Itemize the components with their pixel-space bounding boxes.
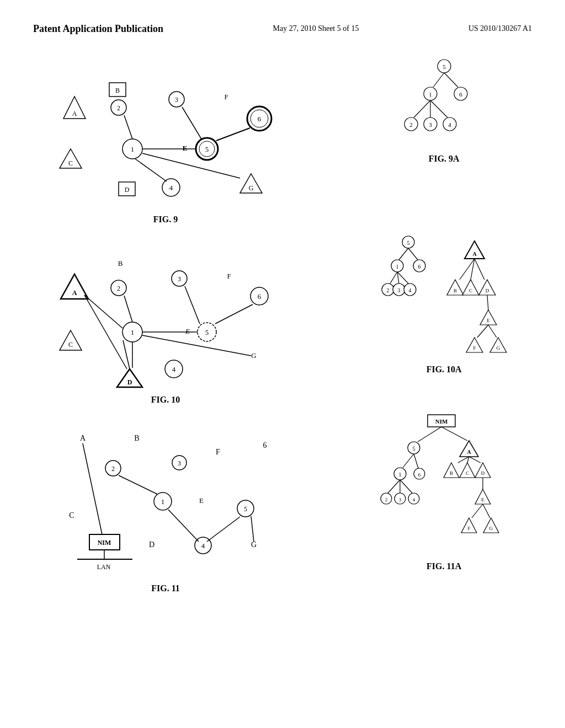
svg-line-26 xyxy=(124,115,132,139)
svg-line-175 xyxy=(403,454,414,468)
svg-text:B: B xyxy=(134,434,139,442)
svg-text:C: C xyxy=(68,341,73,349)
svg-line-177 xyxy=(388,480,400,493)
svg-text:5: 5 xyxy=(205,328,209,336)
svg-line-28 xyxy=(135,159,167,181)
svg-text:G: G xyxy=(251,540,257,549)
svg-text:1: 1 xyxy=(161,497,165,506)
svg-text:4: 4 xyxy=(201,542,205,550)
fig11a-container: NIM 5 A 1 6 B xyxy=(345,410,543,571)
svg-text:2: 2 xyxy=(385,497,387,502)
svg-line-141 xyxy=(207,517,240,542)
svg-text:F: F xyxy=(467,526,470,531)
fig9a-diagram: 5 1 6 2 3 4 xyxy=(389,52,499,152)
svg-text:1: 1 xyxy=(131,328,135,336)
svg-line-174 xyxy=(441,427,467,441)
svg-text:4: 4 xyxy=(169,184,173,192)
svg-line-176 xyxy=(414,454,418,468)
svg-text:6: 6 xyxy=(258,292,262,301)
svg-line-184 xyxy=(472,504,483,518)
svg-text:4: 4 xyxy=(448,121,451,128)
fig9a-label: FIG. 9A xyxy=(429,154,460,164)
svg-text:1: 1 xyxy=(396,264,398,270)
svg-text:A: A xyxy=(72,110,77,117)
fig10-container: 1 5 6 2 3 4 xyxy=(22,230,309,405)
svg-line-78 xyxy=(185,286,200,324)
svg-line-93 xyxy=(408,248,418,260)
svg-line-92 xyxy=(399,248,408,260)
svg-text:4: 4 xyxy=(172,365,176,373)
fig10a-container: 5 1 6 2 3 4 xyxy=(345,230,543,374)
svg-text:A: A xyxy=(80,434,86,442)
svg-text:E: E xyxy=(487,318,490,323)
svg-text:E: E xyxy=(185,327,190,335)
svg-text:C: C xyxy=(69,511,74,520)
svg-line-182 xyxy=(469,457,481,463)
fig11a-diagram: NIM 5 A 1 6 B xyxy=(372,410,516,559)
svg-text:E: E xyxy=(481,497,484,502)
svg-text:5: 5 xyxy=(407,240,409,246)
publication-title: Patent Application Publication xyxy=(33,22,163,36)
svg-text:6: 6 xyxy=(418,472,420,478)
svg-line-44 xyxy=(433,73,444,87)
svg-text:F: F xyxy=(216,448,220,456)
fig10a-diagram: 5 1 6 2 3 4 xyxy=(378,230,510,362)
fig10-label: FIG. 10 xyxy=(22,395,309,405)
header: Patent Application Publication May 27, 2… xyxy=(0,0,565,47)
fig10-row: 1 5 6 2 3 4 xyxy=(22,230,543,405)
svg-text:A: A xyxy=(72,289,77,297)
svg-line-143 xyxy=(119,475,157,494)
svg-text:3: 3 xyxy=(398,497,401,502)
fig9-label: FIG. 9 xyxy=(22,215,309,224)
svg-text:2: 2 xyxy=(117,104,120,112)
svg-line-142 xyxy=(251,516,254,542)
fig11-container: A B F 6 2 3 1 E xyxy=(22,410,309,593)
svg-text:6: 6 xyxy=(258,115,262,123)
svg-text:6: 6 xyxy=(459,91,462,98)
svg-line-116 xyxy=(488,325,497,338)
svg-line-77 xyxy=(142,335,251,356)
svg-text:1: 1 xyxy=(398,472,401,478)
fig9-row: 1 5 6 2 3 4 xyxy=(22,52,543,224)
svg-text:4: 4 xyxy=(412,497,415,502)
svg-text:A: A xyxy=(467,449,471,455)
svg-text:A: A xyxy=(472,251,477,257)
svg-text:LAN: LAN xyxy=(97,563,111,571)
svg-text:5: 5 xyxy=(205,145,209,153)
svg-text:G: G xyxy=(496,345,500,351)
svg-text:C: C xyxy=(469,288,472,293)
fig11-label: FIG. 11 xyxy=(22,584,309,593)
svg-text:G: G xyxy=(489,526,493,531)
svg-text:D: D xyxy=(481,470,484,476)
svg-text:3: 3 xyxy=(429,121,432,128)
svg-text:2: 2 xyxy=(111,465,115,473)
svg-text:1: 1 xyxy=(131,145,135,153)
svg-text:3: 3 xyxy=(175,96,178,104)
fig9-diagram: 1 5 6 2 3 4 xyxy=(22,52,309,212)
svg-line-94 xyxy=(390,272,397,283)
svg-line-75 xyxy=(84,295,127,369)
svg-text:F: F xyxy=(473,345,476,351)
fig11a-label: FIG. 11A xyxy=(427,561,461,571)
svg-text:B: B xyxy=(115,87,120,94)
svg-line-48 xyxy=(430,100,447,117)
svg-text:C: C xyxy=(466,470,469,476)
content-area: 1 5 6 2 3 4 xyxy=(0,47,565,604)
svg-line-79 xyxy=(215,304,253,324)
svg-text:E: E xyxy=(183,144,188,152)
fig10-diagram: 1 5 6 2 3 4 xyxy=(22,230,309,393)
svg-line-46 xyxy=(414,100,430,117)
svg-text:1: 1 xyxy=(429,91,432,98)
fig9-container: 1 5 6 2 3 4 xyxy=(22,52,309,224)
svg-line-173 xyxy=(418,427,441,442)
svg-text:E: E xyxy=(199,496,204,505)
svg-line-29 xyxy=(216,128,250,141)
svg-text:3: 3 xyxy=(178,275,181,283)
publication-number: US 2010/130267 A1 xyxy=(468,22,532,33)
svg-line-179 xyxy=(400,480,412,493)
svg-line-144 xyxy=(168,510,199,542)
svg-line-30 xyxy=(182,107,201,139)
svg-text:B: B xyxy=(454,288,457,293)
svg-text:5: 5 xyxy=(443,63,446,70)
fig10a-label: FIG. 10A xyxy=(427,365,462,374)
